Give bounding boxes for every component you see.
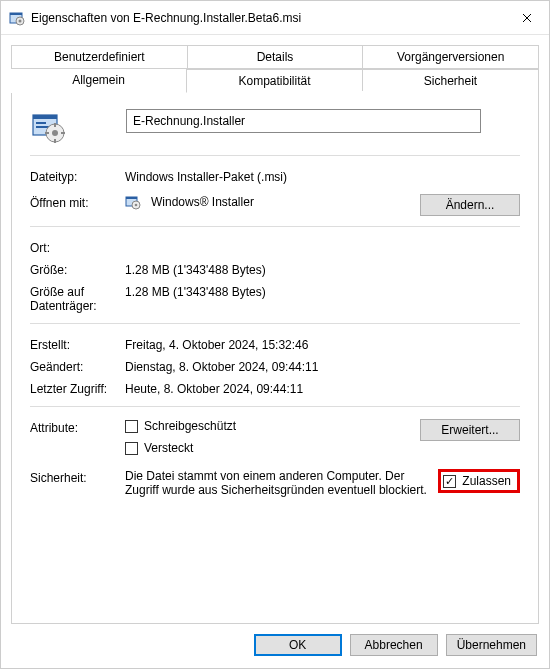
checkbox-icon [125, 442, 138, 455]
checkbox-unblock[interactable]: Zulassen [443, 474, 511, 488]
svg-rect-15 [126, 197, 137, 199]
apply-button[interactable]: Übernehmen [446, 634, 537, 656]
checkbox-icon [125, 420, 138, 433]
value-size-on-disk: 1.28 MB (1'343'488 Bytes) [125, 283, 520, 299]
separator [30, 155, 520, 156]
svg-rect-5 [33, 115, 57, 119]
svg-point-17 [135, 204, 138, 207]
value-location [125, 239, 520, 241]
checkbox-readonly-label: Schreibgeschützt [144, 419, 236, 433]
label-modified: Geändert: [30, 358, 125, 374]
checkbox-readonly[interactable]: Schreibgeschützt [125, 419, 420, 433]
tab-general[interactable]: Allgemein [11, 69, 187, 93]
tab-user-defined[interactable]: Benutzerdefiniert [11, 45, 188, 69]
label-openwith: Öffnen mit: [30, 194, 125, 210]
tab-previous-versions[interactable]: Vorgängerversionen [363, 45, 539, 69]
file-name-input[interactable] [126, 109, 481, 133]
svg-rect-10 [54, 123, 56, 127]
svg-rect-13 [61, 132, 65, 134]
svg-rect-12 [45, 132, 49, 134]
label-size: Größe: [30, 261, 125, 277]
label-created: Erstellt: [30, 336, 125, 352]
value-size: 1.28 MB (1'343'488 Bytes) [125, 261, 520, 277]
separator [30, 406, 520, 407]
installer-small-icon [125, 194, 141, 210]
tab-compatibility[interactable]: Kompatibilität [187, 69, 363, 92]
label-filetype: Dateityp: [30, 168, 125, 184]
svg-rect-6 [36, 122, 46, 124]
svg-point-9 [52, 130, 58, 136]
tab-row-2: Allgemein Kompatibilität Sicherheit [11, 69, 539, 92]
svg-rect-11 [54, 139, 56, 143]
checkbox-hidden[interactable]: Versteckt [125, 441, 420, 455]
separator [30, 226, 520, 227]
label-accessed: Letzter Zugriff: [30, 380, 125, 396]
value-filetype: Windows Installer-Paket (.msi) [125, 168, 520, 184]
checkbox-hidden-label: Versteckt [144, 441, 193, 455]
close-button[interactable] [504, 2, 549, 34]
security-text: Die Datei stammt von einem anderen Compu… [125, 469, 438, 497]
titlebar: Eigenschaften von E-Rechnung.Installer.B… [1, 1, 549, 35]
ok-button[interactable]: OK [254, 634, 342, 656]
tab-row-1: Benutzerdefiniert Details Vorgängerversi… [11, 45, 539, 69]
separator [30, 323, 520, 324]
label-location: Ort: [30, 239, 125, 255]
label-size-on-disk: Größe auf Datenträger: [30, 283, 125, 313]
unblock-highlight: Zulassen [438, 469, 520, 493]
tab-security[interactable]: Sicherheit [363, 69, 539, 92]
label-attributes: Attribute: [30, 419, 125, 435]
advanced-button[interactable]: Erweitert... [420, 419, 520, 441]
value-created: Freitag, 4. Oktober 2024, 15:32:46 [125, 336, 520, 352]
tab-details[interactable]: Details [188, 45, 364, 69]
properties-dialog: Eigenschaften von E-Rechnung.Installer.B… [0, 0, 550, 669]
dialog-footer: OK Abbrechen Übernehmen [1, 624, 549, 668]
general-panel: Dateityp: Windows Installer-Paket (.msi)… [11, 91, 539, 624]
svg-point-3 [19, 19, 22, 22]
svg-rect-1 [10, 13, 22, 15]
value-openwith: Windows® Installer [151, 195, 254, 209]
change-button[interactable]: Ändern... [420, 194, 520, 216]
window-title: Eigenschaften von E-Rechnung.Installer.B… [31, 11, 504, 25]
checkbox-checked-icon [443, 475, 456, 488]
file-type-icon [30, 109, 66, 145]
checkbox-unblock-label: Zulassen [462, 474, 511, 488]
value-modified: Dienstag, 8. Oktober 2024, 09:44:11 [125, 358, 520, 374]
value-accessed: Heute, 8. Oktober 2024, 09:44:11 [125, 380, 520, 396]
cancel-button[interactable]: Abbrechen [350, 634, 438, 656]
label-security: Sicherheit: [30, 469, 125, 485]
installer-icon [9, 10, 25, 26]
